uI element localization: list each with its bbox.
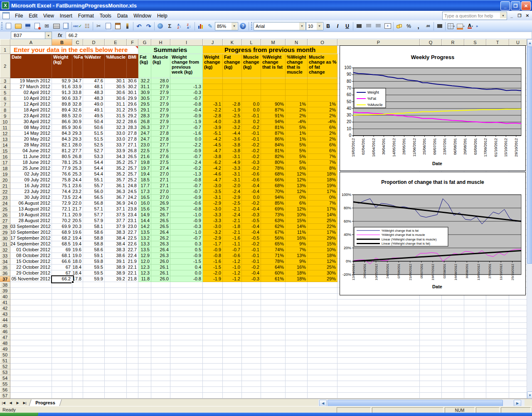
cell-F4[interactable]: 30.2 xyxy=(127,84,138,90)
cell-H18[interactable]: 27.4 xyxy=(151,166,170,171)
cell-O17[interactable]: 7% xyxy=(308,160,337,166)
cell-T51[interactable] xyxy=(486,358,509,364)
cell-S43[interactable] xyxy=(464,311,486,317)
cell-I17[interactable]: -2.4 xyxy=(170,160,203,166)
cell-J16[interactable]: -3.8 xyxy=(203,154,223,160)
cell-O48[interactable] xyxy=(308,340,337,346)
column-header-E[interactable]: E xyxy=(105,39,127,46)
cell-M37[interactable]: 61% xyxy=(261,276,286,282)
cell-I56[interactable] xyxy=(170,387,203,393)
cell-N34[interactable]: 9% xyxy=(286,259,308,265)
cell-Q57[interactable] xyxy=(420,393,442,399)
column-header-H[interactable]: H xyxy=(151,39,170,46)
cell-K28[interactable]: -1.8 xyxy=(223,224,242,230)
cell-G16[interactable]: 21.6 xyxy=(138,154,151,160)
cell-F44[interactable] xyxy=(127,317,138,323)
cell-F26[interactable]: 23.4 xyxy=(127,212,138,218)
cell-N22[interactable]: 12% xyxy=(286,189,308,195)
cell-K10[interactable]: -3.8 xyxy=(223,119,242,125)
zoom-select[interactable]: 85% ▾ xyxy=(215,22,238,30)
cell-H54[interactable] xyxy=(151,375,170,381)
cell-U49[interactable] xyxy=(509,346,527,352)
row-header-3[interactable]: 3 xyxy=(0,78,10,84)
cell-A37[interactable]: 05 November 2012 xyxy=(10,276,52,282)
row-header-26[interactable]: 26 xyxy=(0,212,10,218)
cell-T41[interactable] xyxy=(486,300,509,305)
column-header-O[interactable]: O xyxy=(308,39,337,46)
book-close-button[interactable]: ✕ xyxy=(524,12,531,19)
cell-K21[interactable]: -2.0 xyxy=(223,183,242,189)
cell-H32[interactable]: 26.4 xyxy=(151,247,170,253)
cell-P46[interactable] xyxy=(337,329,420,334)
cell-I38[interactable] xyxy=(170,282,203,288)
cell-I26[interactable]: -1.0 xyxy=(170,212,203,218)
cell-I4[interactable]: -1.3 xyxy=(170,84,203,90)
currency-button[interactable] xyxy=(394,22,404,31)
cell-L43[interactable] xyxy=(242,311,261,317)
cell-J20[interactable]: -4.7 xyxy=(203,177,223,183)
cell-B14[interactable]: 82.1 xyxy=(52,142,72,148)
cell-J18[interactable]: -4.2 xyxy=(203,166,223,171)
cell-B54[interactable] xyxy=(52,375,72,381)
cell-O7[interactable]: 1% xyxy=(308,102,337,107)
cell-I50[interactable] xyxy=(170,352,203,358)
cell-I20[interactable]: -0.8 xyxy=(170,177,203,183)
cell-G39[interactable] xyxy=(138,288,151,294)
cell-Q43[interactable] xyxy=(420,311,442,317)
cell-L30[interactable]: -0.5 xyxy=(242,235,261,241)
row-header-42[interactable]: 42 xyxy=(0,305,10,311)
cell-E45[interactable] xyxy=(105,323,127,329)
cell-J9[interactable]: -2.8 xyxy=(203,113,223,119)
cell-N13[interactable]: 1% xyxy=(286,136,308,142)
book-minimize-button[interactable]: _ xyxy=(508,12,515,19)
row-header-50[interactable]: 50 xyxy=(0,352,10,358)
row-header-48[interactable]: 48 xyxy=(0,340,10,346)
cell-I36[interactable]: 0.0 xyxy=(170,270,203,276)
cell-N51[interactable] xyxy=(286,358,308,364)
cell-A7[interactable]: 12 April 2012 xyxy=(10,102,52,107)
last-sheet-button[interactable]: ▶| xyxy=(21,400,28,406)
cell-D27[interactable]: 57.9 xyxy=(83,218,105,224)
cell-M25[interactable]: 69% xyxy=(261,206,286,212)
cell-P50[interactable] xyxy=(337,352,420,358)
column-header-K[interactable]: K xyxy=(223,39,242,46)
cell-B44[interactable] xyxy=(52,317,72,323)
cell-F34[interactable]: 21.9 xyxy=(127,259,138,265)
cell-I5[interactable]: -0.3 xyxy=(170,90,203,96)
cell-I30[interactable]: -0.7 xyxy=(170,235,203,241)
cell-P52[interactable] xyxy=(337,364,420,369)
cell-L9[interactable]: -0.1 xyxy=(242,113,261,119)
row-header-30[interactable]: 30 xyxy=(0,235,10,241)
cell-K30[interactable]: -1.6 xyxy=(223,235,242,241)
cell-N49[interactable] xyxy=(286,346,308,352)
cell-D6[interactable]: 48.3 xyxy=(83,96,105,102)
copy-button[interactable] xyxy=(103,22,113,31)
cell-J53[interactable] xyxy=(203,369,223,375)
cell-N25[interactable]: 12% xyxy=(286,206,308,212)
cell-E49[interactable] xyxy=(105,346,127,352)
cell-B55[interactable] xyxy=(52,381,72,387)
cell-B20[interactable]: 75.8 xyxy=(52,177,72,183)
cell-O10[interactable]: -4% xyxy=(308,119,337,125)
cell-F24[interactable]: 24.0 xyxy=(127,201,138,206)
cell-R55[interactable] xyxy=(442,381,464,387)
cell-N17[interactable]: 5% xyxy=(286,160,308,166)
cell-T55[interactable] xyxy=(486,381,509,387)
cell-O16[interactable]: 7% xyxy=(308,154,337,160)
menu-view[interactable]: View xyxy=(40,12,57,20)
cell-A4[interactable]: 27 March 2012 xyxy=(10,84,52,90)
cell-J41[interactable] xyxy=(203,300,223,305)
cell-U50[interactable] xyxy=(509,352,527,358)
cell-K16[interactable]: -3.1 xyxy=(223,154,242,160)
cell-L34[interactable]: -0.1 xyxy=(242,259,261,265)
cell-R46[interactable] xyxy=(442,329,464,334)
cell-N41[interactable] xyxy=(286,300,308,305)
cell-G25[interactable]: 15.6 xyxy=(138,206,151,212)
merge-center-button[interactable]: a xyxy=(383,22,392,31)
cell-N56[interactable] xyxy=(286,387,308,393)
cell-L29[interactable]: -0.4 xyxy=(242,230,261,235)
redo-button[interactable]: ↷ xyxy=(144,22,153,31)
cell-N16[interactable]: 5% xyxy=(286,154,308,160)
cell-A33[interactable]: 08 October 2012 xyxy=(10,253,52,259)
cell-B25[interactable]: 72.1 xyxy=(52,206,72,212)
